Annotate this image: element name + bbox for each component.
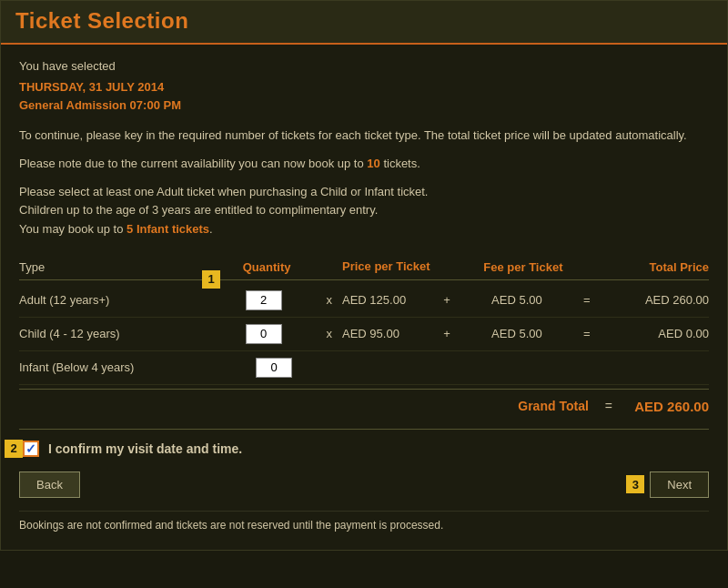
ticket-table: Type Quantity Price per Ticket Fee per T… [19, 254, 709, 421]
table-row: Child (4 - 12 years) x AED 95.00 + AED 5… [19, 318, 709, 351]
checkmark-icon: ✓ [25, 441, 36, 456]
col-header-fee: Fee per Ticket [452, 260, 593, 274]
table-row: Adult (12 years+) 1 x AED 125.00 + AED 5… [19, 284, 709, 318]
step-3-badge: 3 [626, 475, 644, 493]
col-header-type: Type [19, 260, 214, 274]
footer-note: Bookings are not confirmed and tickets a… [19, 511, 709, 541]
qty-input-child[interactable] [246, 324, 282, 344]
col-header-price: Price per Ticket [319, 259, 452, 274]
info-text-1: To continue, please key in the required … [19, 127, 709, 146]
grand-total-row: Grand Total = AED 260.00 [19, 389, 709, 421]
next-button-wrapper: 3 Next [650, 471, 709, 498]
divider [19, 429, 709, 430]
total-child: AED 0.00 [595, 327, 709, 340]
plus-child: + [439, 327, 456, 340]
grand-total-value: AED 260.00 [627, 399, 709, 414]
event-info: THURSDAY, 31 JULY 2014 General Admission… [19, 78, 709, 114]
event-date: THURSDAY, 31 JULY 2014 [19, 78, 709, 96]
total-adult: AED 260.00 [595, 293, 709, 307]
qty-input-infant[interactable] [256, 358, 292, 378]
info-text-3: Please select at least one Adult ticket … [19, 183, 709, 239]
multiply-child: x [316, 327, 342, 340]
price-child: AED 95.00 [342, 327, 439, 340]
qty-wrapper-child [211, 324, 316, 344]
equals-adult: = [578, 293, 595, 307]
buttons-row: Back 3 Next [19, 471, 709, 498]
ticket-type-child: Child (4 - 12 years) [19, 327, 211, 340]
table-row: Infant (Below 4 years) [19, 351, 709, 385]
fee-adult: AED 5.00 [456, 293, 578, 307]
confirm-section: 2 ✓ I confirm my visit date and time. [19, 441, 709, 457]
grand-total-equals: = [605, 399, 612, 413]
plus-adult: + [439, 293, 456, 307]
step-2-badge: 2 [5, 440, 23, 458]
ticket-type-infant: Infant (Below 4 years) [19, 360, 219, 374]
price-adult: AED 125.00 [342, 293, 439, 307]
col-header-total: Total Price [594, 260, 709, 274]
confirm-label: I confirm my visit date and time. [48, 441, 242, 456]
grand-total-label: Grand Total [518, 399, 589, 413]
qty-input-adult[interactable] [246, 290, 282, 310]
qty-wrapper-adult: 1 [211, 290, 316, 310]
multiply-adult: x [316, 293, 342, 307]
equals-child: = [578, 327, 595, 340]
page-container: Ticket Selection You have selected THURS… [0, 0, 728, 551]
step-1-badge: 1 [202, 270, 220, 289]
back-button[interactable]: Back [19, 471, 80, 498]
ticket-type-adult: Adult (12 years+) [19, 293, 211, 307]
fee-child: AED 5.00 [456, 327, 578, 340]
event-type: General Admission 07:00 PM [19, 96, 709, 115]
info-text-2: Please note due to the current availabil… [19, 155, 709, 174]
page-header: Ticket Selection [1, 1, 727, 45]
qty-wrapper-infant [219, 358, 329, 378]
you-have-selected-text: You have selected [19, 59, 709, 73]
col-header-quantity: Quantity [214, 260, 320, 274]
confirm-checkbox[interactable]: ✓ [23, 441, 39, 457]
content-area: You have selected THURSDAY, 31 JULY 2014… [1, 45, 727, 550]
page-title: Ticket Selection [15, 8, 713, 34]
next-button[interactable]: Next [650, 471, 709, 498]
table-header-row: Type Quantity Price per Ticket Fee per T… [19, 254, 709, 280]
